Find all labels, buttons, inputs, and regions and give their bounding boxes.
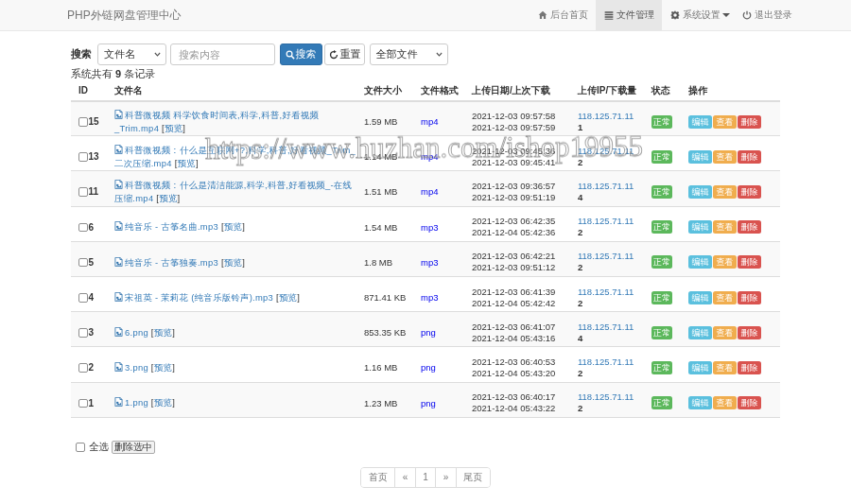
search-button[interactable]: 搜索 [280, 43, 322, 65]
file-name-link[interactable]: 科普微视频 科学饮食时间表,科学,科普,好看视频_Trim.mp4 [114, 110, 319, 133]
preview-link[interactable]: 预览 [165, 122, 182, 132]
upload-ip-link[interactable]: 118.125.71.11 [578, 286, 644, 297]
file-id: 11 [89, 186, 99, 197]
upload-ip-link[interactable]: 118.125.71.11 [578, 251, 644, 262]
page-item-3[interactable]: » [436, 467, 457, 486]
view-button[interactable]: 查看 [713, 396, 737, 409]
file-name-link[interactable]: 1.png [125, 397, 148, 408]
edit-button[interactable]: 编辑 [688, 360, 712, 374]
format-link[interactable]: mp4 [421, 186, 438, 197]
upload-ip-link[interactable]: 118.125.71.11 [578, 356, 644, 367]
format-link[interactable]: mp3 [421, 256, 438, 267]
format-link[interactable]: png [421, 397, 436, 408]
upload-ip-link[interactable]: 118.125.71.11 [578, 180, 644, 191]
cell-id: 5 [71, 241, 107, 276]
cell-size: 871.41 KB [356, 276, 413, 311]
nav-item-admin-home[interactable]: 后台首页 [530, 0, 596, 30]
upload-ip-link[interactable]: 118.125.71.11 [578, 216, 644, 227]
delete-button[interactable]: 删除 [738, 325, 761, 339]
preview-link[interactable]: 预览 [224, 221, 242, 232]
delete-button[interactable]: 删除 [738, 184, 761, 198]
file-name-link[interactable]: 3.png [125, 362, 148, 373]
format-link[interactable]: mp4 [421, 116, 438, 127]
preview-link[interactable]: 预览 [154, 326, 172, 337]
refresh-icon [329, 49, 339, 59]
format-link[interactable]: png [421, 327, 436, 338]
format-link[interactable]: mp4 [421, 151, 438, 162]
file-name-link[interactable]: 宋祖英 - 茉莉花 (纯音乐版铃声).mp3 [125, 291, 273, 302]
edit-button[interactable]: 编辑 [688, 290, 712, 304]
field-select[interactable]: 文件名 [97, 43, 166, 65]
category-select[interactable]: 全部文件 [370, 43, 448, 65]
search-input[interactable] [170, 43, 275, 65]
row-checkbox[interactable] [78, 257, 88, 267]
view-button[interactable]: 查看 [713, 149, 737, 163]
preview-link[interactable]: 预览 [224, 256, 242, 267]
row-checkbox[interactable] [78, 117, 88, 127]
view-button[interactable]: 查看 [713, 114, 737, 128]
preview-link[interactable]: 预览 [154, 397, 172, 408]
row-checkbox[interactable] [78, 398, 88, 408]
edit-button[interactable]: 编辑 [688, 255, 712, 269]
nav-item-system-settings[interactable]: 系统设置 [662, 0, 736, 30]
upload-ip-link[interactable]: 118.125.71.11 [578, 110, 644, 121]
row-checkbox[interactable] [78, 328, 88, 338]
row-checkbox[interactable] [78, 152, 88, 162]
format-link[interactable]: mp3 [421, 221, 438, 232]
preview-link[interactable]: 预览 [159, 192, 177, 202]
format-link[interactable]: mp3 [421, 292, 438, 303]
file-name-link[interactable]: 科普微视频：什么是互联网+?,科学,科普,好看视频_Trim_二次压缩.mp4 [114, 145, 356, 168]
delete-selected-button[interactable]: 删除选中 [112, 440, 155, 454]
edit-button[interactable]: 编辑 [688, 149, 712, 163]
view-button[interactable]: 查看 [713, 184, 737, 198]
row-checkbox[interactable] [78, 363, 88, 373]
cell-actions: 编辑查看删除 [681, 241, 780, 276]
delete-button[interactable]: 删除 [738, 114, 761, 128]
preview-link[interactable]: 预览 [154, 362, 172, 373]
edit-button[interactable]: 编辑 [688, 220, 712, 234]
view-button[interactable]: 查看 [713, 255, 737, 269]
page-item-4[interactable]: 尾页 [457, 467, 490, 486]
upload-ip-link[interactable]: 118.125.71.11 [578, 321, 644, 332]
reset-button[interactable]: 重置 [324, 43, 365, 65]
select-all-checkbox[interactable] [76, 443, 85, 452]
view-button[interactable]: 查看 [713, 360, 737, 374]
edit-button[interactable]: 编辑 [688, 184, 712, 198]
row-checkbox[interactable] [78, 222, 88, 232]
delete-button[interactable]: 删除 [738, 360, 761, 374]
preview-link[interactable]: 预览 [178, 157, 196, 167]
row-checkbox[interactable] [78, 293, 88, 303]
page-item-1[interactable]: « [395, 467, 416, 486]
column-header: ID [71, 82, 107, 101]
file-name-link[interactable]: 纯音乐 - 古筝独奏.mp3 [125, 256, 218, 267]
delete-button[interactable]: 删除 [738, 149, 761, 163]
cell-format: png [413, 382, 464, 417]
row-checkbox[interactable] [78, 187, 88, 197]
delete-button[interactable]: 删除 [738, 220, 761, 234]
view-button[interactable]: 查看 [713, 325, 737, 339]
page-item-2[interactable]: 1 [416, 467, 437, 486]
file-name-link[interactable]: 科普微视频：什么是清洁能源,科学,科普,好看视频_-在线压缩.mp4 [114, 180, 352, 203]
preview-link[interactable]: 预览 [279, 291, 297, 302]
pagination: 首页«1»尾页 [360, 466, 491, 487]
file-name-link[interactable]: 纯音乐 - 古筝名曲.mp3 [125, 221, 218, 232]
edit-button[interactable]: 编辑 [688, 396, 712, 409]
cell-name: 科普微视频：什么是清洁能源,科学,科普,好看视频_-在线压缩.mp4 [预览] [107, 170, 356, 205]
delete-button[interactable]: 删除 [738, 290, 761, 304]
delete-button[interactable]: 删除 [738, 255, 761, 269]
cell-name: 科普微视频：什么是互联网+?,科学,科普,好看视频_Trim_二次压缩.mp4 … [107, 135, 356, 170]
file-id: 13 [89, 151, 99, 162]
view-button[interactable]: 查看 [713, 290, 737, 304]
upload-ip-link[interactable]: 118.125.71.11 [578, 391, 644, 403]
file-name-link[interactable]: 6.png [125, 326, 148, 337]
page-item-0[interactable]: 首页 [361, 467, 395, 486]
format-link[interactable]: png [421, 362, 436, 373]
preview-brackets: [预览] [172, 157, 199, 167]
nav-item-logout[interactable]: 退出登录 [736, 0, 799, 30]
upload-ip-link[interactable]: 118.125.71.11 [578, 145, 644, 156]
nav-item-file-manager[interactable]: 文件管理 [596, 0, 662, 30]
delete-button[interactable]: 删除 [738, 396, 761, 409]
edit-button[interactable]: 编辑 [688, 114, 712, 128]
view-button[interactable]: 查看 [713, 220, 737, 234]
edit-button[interactable]: 编辑 [688, 325, 712, 339]
